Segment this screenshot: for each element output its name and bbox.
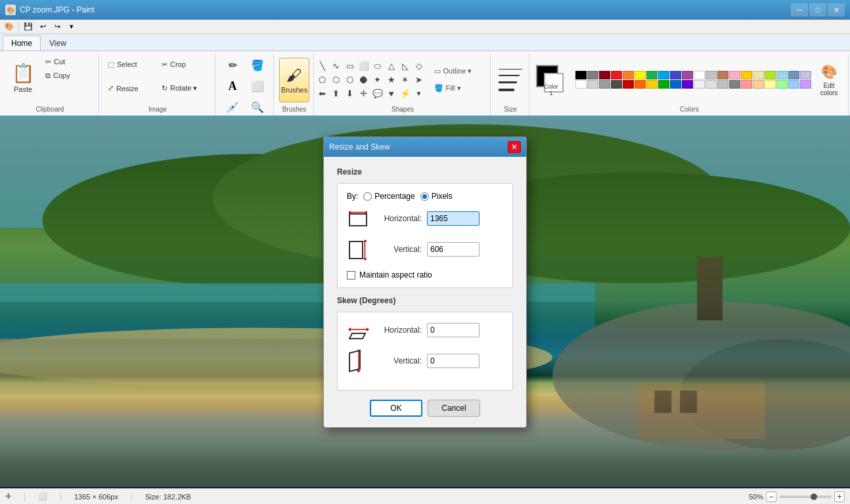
shape-curve[interactable]: ∿ (330, 60, 343, 73)
resize-button[interactable]: ⤢ Resize (104, 82, 157, 95)
palette-blue[interactable] (658, 71, 669, 79)
select-button[interactable]: ⬚ Select (104, 58, 157, 71)
undo-button[interactable]: ↩ (36, 21, 49, 33)
cancel-button[interactable]: Cancel (428, 400, 480, 417)
zoom-out-button[interactable]: − (766, 492, 776, 502)
palette-lavender[interactable] (800, 71, 811, 79)
palette-darkred[interactable] (599, 71, 610, 79)
skew-horizontal-input[interactable] (427, 323, 480, 337)
palette-lime[interactable] (765, 71, 776, 79)
fill-tool[interactable]: 🪣 (246, 55, 269, 75)
shape-heart[interactable]: ♥ (385, 87, 398, 100)
palette-brown[interactable] (717, 71, 728, 79)
p2-11[interactable] (694, 80, 705, 89)
p2-4[interactable] (611, 80, 622, 89)
size-line-3[interactable] (499, 81, 517, 83)
palette-gold[interactable] (741, 71, 752, 79)
p2-17[interactable] (765, 80, 776, 89)
palette-steel[interactable] (788, 71, 799, 79)
rotate-button[interactable]: ↻ Rotate ▾ (158, 82, 211, 95)
shape-rect[interactable]: ▭ (344, 60, 357, 73)
horizontal-input[interactable] (427, 211, 480, 226)
vertical-input[interactable] (427, 242, 480, 257)
dialog-close-button[interactable]: ✕ (508, 141, 521, 153)
p2-6[interactable] (635, 80, 646, 89)
skew-vertical-input[interactable] (427, 354, 480, 368)
p2-19[interactable] (788, 80, 799, 89)
maximize-button[interactable]: □ (809, 3, 826, 16)
p2-9[interactable] (670, 80, 681, 89)
pixels-option[interactable]: Pixels (420, 192, 453, 201)
shape-pentagon[interactable]: ⬠ (316, 74, 329, 87)
save-button[interactable]: 💾 (22, 21, 35, 33)
pencil-tool[interactable]: ✏ (221, 55, 244, 75)
size-line-1[interactable] (499, 69, 522, 70)
p2-15[interactable] (741, 80, 752, 89)
zoom-in-button[interactable]: + (834, 492, 845, 502)
outline-button[interactable]: ▭ Outline ▾ (431, 64, 490, 79)
palette-red[interactable] (611, 71, 622, 79)
palette-cream[interactable] (753, 71, 764, 79)
edit-colors-button[interactable]: 🎨 Edit colors (814, 58, 844, 102)
shape-heptagon[interactable]: ⬡ (344, 74, 357, 87)
shape-arrow-l[interactable]: ⬅ (316, 87, 329, 100)
shape-ellipse[interactable]: ⬭ (371, 60, 384, 73)
shape-callout[interactable]: 💬 (371, 87, 384, 100)
p2-3[interactable] (599, 80, 610, 89)
percentage-option[interactable]: Percentage (363, 192, 414, 201)
p2-7[interactable] (646, 80, 658, 89)
size-line-4[interactable] (499, 89, 514, 91)
shape-arrow-u[interactable]: ⬆ (330, 87, 343, 100)
p2-10[interactable] (682, 80, 693, 89)
tab-home[interactable]: Home (3, 35, 41, 51)
copy-button[interactable]: ⧉ Copy (42, 69, 95, 82)
text-tool[interactable]: A (221, 76, 244, 96)
palette-orange[interactable] (623, 71, 634, 79)
p2-8[interactable] (658, 80, 669, 89)
magnify-tool[interactable]: 🔍 (246, 97, 269, 117)
p2-12[interactable] (705, 80, 717, 89)
ok-button[interactable]: OK (370, 400, 422, 417)
palette-white[interactable] (694, 71, 705, 79)
maintain-aspect-checkbox[interactable] (347, 271, 355, 280)
paste-button[interactable]: 📋 Paste (5, 55, 41, 100)
shape-arrow-d[interactable]: ⬇ (344, 87, 357, 100)
shape-more[interactable]: ▼ (413, 87, 426, 100)
shape-star6[interactable]: ✶ (399, 74, 412, 87)
tab-view[interactable]: View (41, 35, 75, 51)
zoom-slider[interactable] (779, 495, 832, 498)
p2-14[interactable] (729, 80, 740, 89)
shape-octagon[interactable]: ⯃ (357, 74, 370, 87)
redo-button[interactable]: ↪ (51, 21, 64, 33)
minimize-button[interactable]: ─ (791, 3, 808, 16)
p2-13[interactable] (717, 80, 728, 89)
palette-gray[interactable] (587, 71, 598, 79)
percentage-radio[interactable] (363, 192, 372, 201)
shape-star4[interactable]: ✦ (371, 74, 384, 87)
shape-diamond[interactable]: ◇ (413, 60, 426, 73)
p2-16[interactable] (753, 80, 764, 89)
shape-line[interactable]: ╲ (316, 60, 329, 73)
shape-lightning[interactable]: ⚡ (399, 87, 412, 100)
crop-button[interactable]: ✂ Crop (158, 58, 211, 71)
p2-2[interactable] (587, 80, 598, 89)
palette-sky[interactable] (776, 71, 788, 79)
shape-right-triangle[interactable]: ◺ (399, 60, 412, 73)
p2-20[interactable] (800, 80, 811, 89)
palette-purple[interactable] (682, 71, 693, 79)
paint-menu-button[interactable]: 🎨 (3, 21, 16, 33)
palette-lgray[interactable] (705, 71, 717, 79)
fill-button[interactable]: 🪣 Fill ▾ (431, 81, 490, 96)
cut-button[interactable]: ✂ Cut (42, 55, 95, 68)
palette-green[interactable] (646, 71, 658, 79)
close-button[interactable]: ✕ (828, 3, 845, 16)
p2-5[interactable] (623, 80, 634, 89)
size-line-2[interactable] (499, 75, 520, 76)
eraser-tool[interactable]: ⬜ (246, 76, 269, 96)
shape-triangle[interactable]: △ (385, 60, 398, 73)
pixels-radio[interactable] (420, 192, 429, 201)
p2-1[interactable] (575, 80, 587, 89)
picker-tool[interactable]: 💉 (221, 97, 244, 117)
shape-hexagon[interactable]: ⬡ (330, 74, 343, 87)
brushes-button[interactable]: 🖌 Brushes (279, 58, 309, 102)
